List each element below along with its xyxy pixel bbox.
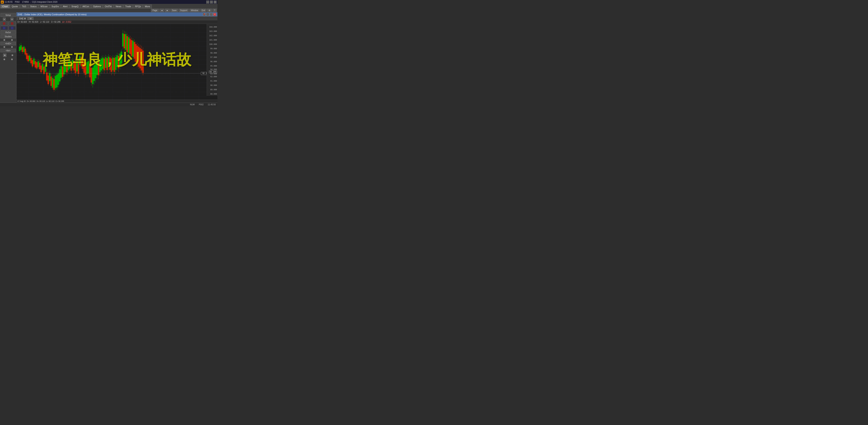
svg-rect-162: [102, 58, 103, 69]
menu-item-mscan[interactable]: MScan: [38, 4, 49, 8]
app-icon: ▶: [1, 1, 4, 3]
minimize-button[interactable]: ─: [206, 1, 209, 3]
svg-rect-168: [106, 58, 108, 70]
menu-item-more[interactable]: More: [143, 4, 152, 8]
menu-item-allcon[interactable]: AllCon: [81, 4, 91, 8]
svg-rect-68: [35, 61, 36, 67]
menu-item-trade[interactable]: Trade: [123, 4, 133, 8]
chart-tab-w[interactable]: W: [28, 17, 33, 20]
chart-delta: Δ= -0.552: [62, 21, 71, 23]
svg-rect-146: [91, 68, 92, 83]
svg-rect-14: [11, 28, 12, 29]
menu-item-snapq[interactable]: SnapQ: [69, 4, 80, 8]
svg-rect-112: [66, 63, 68, 72]
svg-rect-9: [4, 27, 5, 28]
svg-rect-11: [4, 28, 5, 29]
title-account: P002: [15, 1, 20, 3]
chart-restore-button[interactable]: □: [210, 13, 213, 16]
menu-item-status[interactable]: Status: [28, 4, 38, 8]
title-time: 11:45:55: [4, 1, 12, 3]
dot-5: [11, 55, 13, 56]
sidebar-icon-4[interactable]: [8, 26, 16, 30]
dot-4: [11, 46, 13, 48]
svg-rect-200: [129, 39, 131, 54]
svg-rect-118: [70, 62, 72, 70]
chart-close-button[interactable]: ✕: [213, 13, 216, 16]
rescl-button[interactable]: ReScl: [0, 31, 16, 34]
setup-button[interactable]: Setup: [0, 13, 16, 17]
svg-rect-158: [99, 60, 101, 72]
chart-tab-dxew[interactable]: DXE.W: [17, 17, 28, 20]
svg-rect-134: [82, 59, 83, 69]
menu-item-rfqs[interactable]: RFQs: [133, 4, 143, 8]
chart-minimize-button[interactable]: ─: [206, 13, 209, 16]
svg-rect-184: [118, 56, 119, 68]
svg-rect-80: [43, 67, 44, 74]
menu-item-options[interactable]: Options: [91, 4, 103, 8]
svg-rect-144: [89, 64, 91, 77]
page-button[interactable]: Page: [151, 9, 159, 12]
maximize-button[interactable]: □: [210, 1, 213, 3]
svg-rect-156: [98, 62, 99, 75]
menu-item-ordtkt[interactable]: OrdTkt: [103, 4, 114, 8]
svg-rect-70: [36, 62, 37, 68]
menu-item-tns[interactable]: T&S: [20, 4, 28, 8]
bottom-high: H= 93.115: [36, 100, 45, 102]
next-page-button[interactable]: ►: [165, 9, 170, 12]
svg-rect-96: [55, 76, 56, 88]
svg-rect-208: [135, 44, 136, 62]
svg-rect-62: [31, 58, 32, 63]
support-button[interactable]: Support: [179, 9, 189, 12]
svg-rect-64: [32, 60, 33, 66]
menu-item-alert[interactable]: Alert: [61, 4, 69, 8]
menu-item-news[interactable]: News: [114, 4, 123, 8]
sidebar-icon-2[interactable]: [8, 22, 16, 26]
svg-rect-188: [121, 52, 122, 63]
svg-rect-58: [28, 56, 29, 61]
prev-page-button[interactable]: ◄: [159, 9, 164, 12]
dot-6: [3, 59, 5, 60]
dot-1: [3, 39, 5, 41]
sidebar-icon-1[interactable]: [0, 22, 8, 26]
svg-rect-84: [46, 73, 48, 80]
svg-rect-164: [103, 59, 105, 70]
svg-rect-46: [19, 47, 20, 51]
svg-rect-210: [136, 46, 138, 64]
sidebar-icon-3[interactable]: [0, 26, 8, 30]
menu-item-chart[interactable]: Chart: [0, 4, 10, 8]
cross-nav-1[interactable]: ✚: [3, 54, 6, 57]
studies-button[interactable]: Studies: [0, 35, 16, 38]
list-button[interactable]: <list>: [0, 48, 16, 52]
menu-item-quote[interactable]: Quote: [10, 4, 20, 8]
svg-rect-212: [138, 47, 139, 67]
svg-rect-52: [23, 47, 25, 52]
menu-item-supsrv[interactable]: SupSrv: [50, 4, 61, 8]
bottom-open: O= 93.060: [27, 100, 35, 102]
svg-rect-218: [142, 51, 144, 72]
save-button[interactable]: Save: [170, 9, 178, 12]
svg-rect-5: [12, 23, 13, 23]
help-icon[interactable]: ?: [213, 9, 217, 12]
chart-pin-button[interactable]: 📌: [203, 13, 206, 16]
settings-icon[interactable]: ⚙: [207, 9, 212, 12]
nav-up-right[interactable]: ▲: [10, 18, 13, 21]
svg-rect-172: [109, 58, 111, 70]
svg-rect-202: [131, 40, 132, 56]
exit-button[interactable]: Exit: [200, 9, 207, 12]
svg-rect-108: [64, 65, 65, 74]
svg-rect-76: [40, 66, 42, 72]
svg-rect-192: [124, 34, 125, 48]
svg-rect-132: [81, 57, 82, 66]
svg-rect-166: [105, 57, 106, 68]
nav-up-left[interactable]: ▲: [3, 18, 6, 21]
svg-rect-104: [61, 66, 62, 78]
svg-rect-50: [22, 47, 23, 52]
window-button[interactable]: Window: [189, 9, 200, 12]
close-button[interactable]: ✕: [214, 1, 217, 3]
chart-main[interactable]: 92.295 神笔马良，少儿神话故 104.000 103.000 102.00…: [17, 24, 217, 100]
price-label-100: 100.000: [209, 43, 217, 45]
price-label-89: 89.000: [210, 89, 217, 91]
intd-button[interactable]: <IntD>: [0, 42, 16, 45]
dot-7: [11, 59, 13, 60]
price-axis: 104.000 103.000 102.000 101.000 100.000 …: [207, 24, 217, 96]
